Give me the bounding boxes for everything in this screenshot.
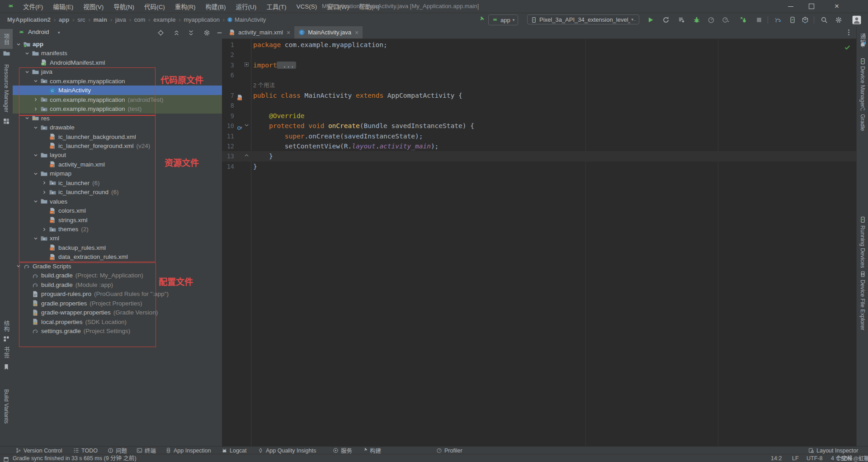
run-config-combo[interactable]: app ▾ xyxy=(488,14,518,25)
avatar-button[interactable] xyxy=(852,15,862,25)
breadcrumb-item[interactable]: java xyxy=(114,16,127,23)
chevron-down-icon[interactable] xyxy=(23,50,31,57)
chevron-down-icon[interactable] xyxy=(32,152,39,158)
tab-MainActivity.java[interactable]: CMainActivity.java× xyxy=(294,26,363,38)
tool-stripe-device-manager[interactable] xyxy=(857,58,868,65)
profile-dropdown-button[interactable] xyxy=(721,15,731,25)
code-line[interactable]: 11 super.onCreate(savedInstanceState); xyxy=(222,131,856,141)
tree-item-ic_launcher_background.xml[interactable]: <>ic_launcher_background.xml xyxy=(13,132,222,142)
toolwindow-button-终端[interactable]: 终端 xyxy=(137,447,156,454)
toolwindow-button-app-quality-insights[interactable]: App Quality Insights xyxy=(258,447,316,454)
breadcrumb-item[interactable]: MainActivity xyxy=(234,16,267,23)
menu-n[interactable]: 导航(N) xyxy=(108,2,139,11)
tool-stripe-结构[interactable]: 结构 xyxy=(0,318,13,334)
usages-inlay-hint[interactable]: 2 个用法 xyxy=(253,81,275,90)
code-line[interactable]: 2 个用法 xyxy=(222,81,856,90)
run-button[interactable] xyxy=(646,15,656,25)
tool-stripe-build-variants[interactable]: Build Variants xyxy=(0,381,13,432)
menu-f[interactable]: 文件(F) xyxy=(18,2,48,11)
close-button[interactable]: × xyxy=(826,0,847,13)
tree-item-strings.xml[interactable]: <>strings.xml xyxy=(13,215,222,225)
tree-item-com.example.myapplication[interactable]: com.example.myapplication(test) xyxy=(13,104,222,114)
attach-debugger-button[interactable] xyxy=(739,15,749,25)
tree-item-ic_launcher[interactable]: ic_launcher(6) xyxy=(13,178,222,188)
tree-item-gradle.properties[interactable]: gradle.properties(Project Properties) xyxy=(13,299,222,308)
settings-button[interactable] xyxy=(834,15,844,25)
tool-stripe-项目[interactable]: 项目 xyxy=(0,29,13,49)
fold-marker-icon[interactable] xyxy=(244,62,250,67)
code-line[interactable]: 14} xyxy=(222,162,856,171)
profiler-button[interactable] xyxy=(706,15,716,25)
toolwindow-button-todo[interactable]: TODO xyxy=(73,447,98,454)
tree-item-themes[interactable]: themes(2) xyxy=(13,224,222,234)
close-tab-icon[interactable]: × xyxy=(287,29,290,36)
tree-item-GradleScripts[interactable]: Gradle Scripts xyxy=(13,262,222,271)
breadcrumb-item[interactable]: example xyxy=(152,16,176,23)
chevron-down-icon[interactable] xyxy=(32,78,39,84)
tree-item-mipmap[interactable]: mipmap xyxy=(13,169,222,178)
code-line[interactable]: 9 @Override xyxy=(222,111,856,121)
tool-stripe-running-devices-label[interactable]: Running Devices xyxy=(857,225,868,268)
tree-item-values[interactable]: values xyxy=(13,197,222,206)
toolwindow-button-profiler[interactable]: Profiler xyxy=(436,447,462,454)
breadcrumb-item[interactable]: src xyxy=(76,16,86,23)
tree-item-app[interactable]: app xyxy=(13,39,222,49)
maximize-button[interactable] xyxy=(801,0,822,13)
tool-stripe-device-file-explorer-label[interactable]: Device File Explorer xyxy=(857,280,868,330)
tree-item-AndroidManifest.xml[interactable]: MFAndroidManifest.xml xyxy=(13,58,222,67)
toolwindow-button-layout-inspector[interactable]: Layout Inspector xyxy=(808,447,858,454)
chevron-down-icon[interactable] xyxy=(14,41,22,48)
locate-button[interactable] xyxy=(157,29,164,36)
tree-item-manifests[interactable]: manifests xyxy=(13,48,222,58)
tool-stripe-gradle[interactable] xyxy=(857,105,868,112)
tree-item-proguard-rules.pro[interactable]: proguard-rules.pro(ProGuard Rules for ":… xyxy=(13,289,222,299)
chevron-down-icon[interactable] xyxy=(32,235,39,242)
window-icon[interactable] xyxy=(3,456,9,462)
code-line[interactable]: 6 xyxy=(222,70,856,80)
sync-gradle-button[interactable] xyxy=(773,15,783,25)
menu-c[interactable]: 代码(C) xyxy=(139,2,170,11)
tree-item-local.properties[interactable]: local.properties(SDK Location) xyxy=(13,317,222,327)
breadcrumb-item[interactable]: main xyxy=(93,16,108,23)
line-ending[interactable]: LF xyxy=(792,454,799,462)
chevron-right-icon[interactable] xyxy=(40,189,48,195)
tree-item-settings.gradle[interactable]: settings.gradle(Project Settings) xyxy=(13,326,222,336)
chevron-down-icon[interactable] xyxy=(14,263,22,269)
code-line[interactable]: 7<>public class MainActivity extends App… xyxy=(222,90,856,100)
apply-changes-button[interactable] xyxy=(677,15,687,25)
tree-item-backup_rules.xml[interactable]: <>backup_rules.xml xyxy=(13,243,222,252)
code-line[interactable]: 10 protected void onCreate(Bundle savedI… xyxy=(222,121,856,131)
tree-item-gradle-wrapper.properties[interactable]: gradle-wrapper.properties(Gradle Version… xyxy=(13,308,222,317)
tree-item-colors.xml[interactable]: <>colors.xml xyxy=(13,206,222,215)
menu-v[interactable]: 视图(V) xyxy=(78,2,108,11)
chevron-down-icon[interactable] xyxy=(32,124,39,131)
tab-activity_main.xml[interactable]: <>activity_main.xml× xyxy=(225,26,294,38)
encoding[interactable]: UTF-8 xyxy=(807,454,822,462)
tree-item-com.example.myapplication[interactable]: com.example.myapplication(androidTest) xyxy=(13,95,222,105)
search-button[interactable] xyxy=(819,15,829,25)
code-line[interactable]: 13 } xyxy=(222,151,856,161)
menu-b[interactable]: 构建(B) xyxy=(201,2,231,11)
build-hammer-button[interactable] xyxy=(476,15,486,25)
code-line[interactable]: 8 xyxy=(222,100,856,110)
tool-stripe-device-file-explorer[interactable] xyxy=(857,271,868,277)
project-view-selector[interactable]: Android xyxy=(28,29,49,35)
chevron-down-icon[interactable] xyxy=(23,69,31,75)
tool-stripe-running-devices[interactable] xyxy=(857,216,868,223)
tree-item-drawable[interactable]: drawable xyxy=(13,123,222,132)
code-line[interactable]: 12 setContentView(R.layout.activity_main… xyxy=(222,141,856,151)
device-combo[interactable]: Pixel_3a_API_34_extension_level_7 ▾.. xyxy=(527,14,639,24)
tool-stripe-gradle-label[interactable]: Gradle xyxy=(857,114,868,131)
device-manager-button[interactable] xyxy=(788,15,797,25)
breadcrumb-item[interactable]: app xyxy=(58,16,70,23)
menu-r[interactable]: 重构(R) xyxy=(170,2,201,11)
chevron-right-icon[interactable] xyxy=(32,106,39,112)
breadcrumb-item[interactable]: MyApplication2 xyxy=(6,16,52,23)
tree-item-data_extraction_rules.xml[interactable]: <>data_extraction_rules.xml xyxy=(13,252,222,262)
tree-item-ic_launcher_foreground.xml[interactable]: <>ic_launcher_foreground.xml(v24) xyxy=(13,141,222,151)
toolwindow-button-logcat[interactable]: Logcat xyxy=(222,447,247,454)
toolwindow-button-version-control[interactable]: Version Control xyxy=(15,447,62,454)
toolwindow-button-app-inspection[interactable]: App Inspection xyxy=(165,447,211,454)
chevron-down-icon[interactable] xyxy=(32,171,39,177)
sdk-manager-button[interactable] xyxy=(800,15,810,25)
